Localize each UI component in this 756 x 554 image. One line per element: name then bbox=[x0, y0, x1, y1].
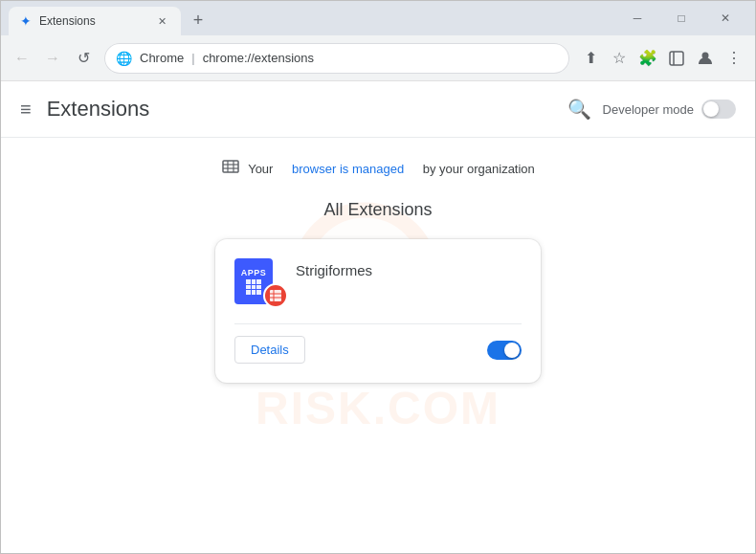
extension-name: Strigiformes bbox=[296, 258, 372, 278]
extensions-title: Extensions bbox=[47, 97, 567, 122]
managed-text-after: by your organization bbox=[423, 162, 535, 176]
managed-link[interactable]: browser is managed bbox=[292, 162, 404, 176]
site-security-icon: 🌐 bbox=[116, 51, 132, 66]
managed-text-before: Your bbox=[248, 162, 273, 176]
svg-rect-7 bbox=[223, 161, 238, 172]
menu-button[interactable]: ⋮ bbox=[721, 45, 747, 72]
extension-actions: Details bbox=[234, 323, 522, 364]
address-bar-row: ← → ↺ 🌐 Chrome | chrome://extensions ⬆ ☆… bbox=[1, 35, 755, 81]
page-content: RISK.COM ≡ Extensions 🔍 Developer mode bbox=[1, 81, 755, 553]
close-button[interactable]: ✕ bbox=[703, 1, 747, 35]
apps-label: APPS bbox=[241, 268, 267, 277]
extensions-main: Your browser is managed by your organiza… bbox=[1, 138, 755, 553]
extension-icon-wrapper: APPS bbox=[234, 258, 280, 304]
sheets-grid-icon bbox=[246, 279, 261, 295]
extension-overlay-icon bbox=[263, 283, 288, 308]
tab-bar: ✦ Extensions ✕ + bbox=[9, 1, 611, 35]
domain-label: Chrome bbox=[140, 51, 184, 65]
extensions-header: ≡ Extensions 🔍 Developer mode bbox=[1, 81, 755, 138]
window-controls: ─ □ ✕ bbox=[615, 1, 747, 35]
developer-mode-label: Developer mode bbox=[603, 102, 694, 117]
managed-icon bbox=[221, 157, 240, 181]
svg-rect-0 bbox=[670, 52, 683, 65]
toolbar-icons: ⬆ ☆ 🧩 ⋮ bbox=[577, 45, 747, 72]
address-separator: | bbox=[191, 51, 194, 65]
managed-notice: Your browser is managed by your organiza… bbox=[20, 157, 736, 181]
menu-icon[interactable]: ≡ bbox=[20, 99, 32, 121]
back-button[interactable]: ← bbox=[9, 45, 35, 72]
all-extensions-title: All Extensions bbox=[20, 200, 736, 220]
extension-toggle[interactable] bbox=[487, 341, 522, 360]
extensions-page: RISK.COM ≡ Extensions 🔍 Developer mode bbox=[1, 81, 755, 553]
minimize-button[interactable]: ─ bbox=[615, 1, 659, 35]
extension-info: APPS bbox=[234, 258, 522, 304]
search-icon[interactable]: 🔍 bbox=[567, 98, 591, 121]
active-tab[interactable]: ✦ Extensions ✕ bbox=[9, 7, 181, 35]
profile-button[interactable] bbox=[692, 45, 719, 72]
new-tab-button[interactable]: + bbox=[185, 7, 211, 33]
share-button[interactable]: ⬆ bbox=[577, 45, 604, 72]
maximize-button[interactable]: □ bbox=[659, 1, 703, 35]
address-bar[interactable]: 🌐 Chrome | chrome://extensions bbox=[104, 43, 569, 74]
reload-button[interactable]: ↺ bbox=[70, 45, 97, 72]
browser-window: ✦ Extensions ✕ + ─ □ ✕ ← → ↺ 🌐 Chrome | … bbox=[0, 0, 756, 554]
tab-extension-icon: ✦ bbox=[20, 13, 32, 29]
address-url: chrome://extensions bbox=[203, 51, 314, 65]
tab-close-button[interactable]: ✕ bbox=[154, 13, 169, 29]
svg-rect-12 bbox=[270, 290, 281, 301]
details-button[interactable]: Details bbox=[234, 336, 305, 364]
developer-mode-toggle[interactable] bbox=[701, 100, 736, 119]
extension-card: APPS bbox=[215, 239, 541, 383]
sidebar-button[interactable] bbox=[663, 45, 690, 72]
extensions-button[interactable]: 🧩 bbox=[634, 45, 661, 72]
title-bar: ✦ Extensions ✕ + ─ □ ✕ bbox=[1, 1, 755, 35]
bookmark-button[interactable]: ☆ bbox=[606, 45, 633, 72]
tab-title: Extensions bbox=[39, 14, 146, 28]
forward-button[interactable]: → bbox=[39, 45, 66, 72]
